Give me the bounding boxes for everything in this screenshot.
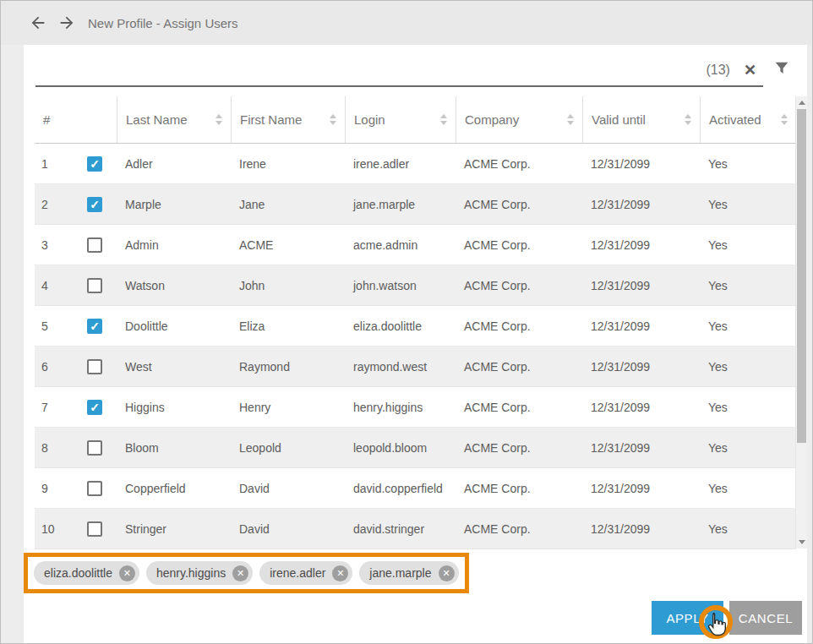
cell-company: ACME Corp.	[456, 198, 582, 211]
cancel-button[interactable]: CANCEL	[729, 601, 802, 635]
cell-valid-until: 12/31/2099	[582, 238, 700, 252]
cell-activated: Yes	[700, 198, 796, 211]
row-number: 7	[41, 401, 87, 414]
table-row[interactable]: 9 Copperfield David david.copperfield AC…	[35, 468, 795, 509]
column-header[interactable]: #	[35, 96, 117, 143]
cell-last-name: Marple	[117, 198, 231, 211]
column-header[interactable]: First Name	[231, 96, 345, 143]
row-checkbox[interactable]	[87, 278, 102, 293]
cell-number: 3	[35, 237, 117, 253]
sort-icon[interactable]	[209, 114, 222, 125]
vertical-scrollbar[interactable]	[796, 96, 807, 548]
result-count: (13)	[706, 63, 729, 78]
cell-login: irene.adler	[345, 157, 456, 171]
cell-company: ACME Corp.	[456, 441, 582, 455]
cell-first-name: Raymond	[231, 360, 345, 374]
table-row[interactable]: 7 ✓ Higgins Henry henry.higgins ACME Cor…	[35, 387, 795, 428]
hand-cursor-icon	[704, 612, 728, 637]
filter-input[interactable]	[35, 58, 706, 82]
row-checkbox[interactable]	[87, 521, 102, 537]
chip-remove-button[interactable]: ✕	[232, 565, 248, 581]
row-checkbox[interactable]	[87, 237, 102, 253]
cell-activated: Yes	[700, 238, 796, 252]
cell-activated: Yes	[700, 319, 796, 333]
row-number: 9	[41, 482, 87, 495]
sort-icon[interactable]	[434, 114, 447, 125]
scroll-up-icon[interactable]	[796, 96, 807, 109]
back-arrow-icon[interactable]	[29, 14, 47, 32]
row-number: 6	[41, 360, 87, 374]
cell-last-name: Admin	[117, 238, 231, 252]
chip-label: irene.adler	[270, 566, 325, 580]
sort-icon[interactable]	[774, 114, 788, 125]
filter-funnel-icon[interactable]	[772, 59, 791, 78]
row-number: 1	[41, 157, 87, 171]
column-label: #	[43, 112, 50, 127]
column-label: Last Name	[126, 112, 188, 127]
title-bar: New Profile - Assign Users	[1, 1, 812, 45]
row-checkbox[interactable]: ✓	[87, 156, 102, 172]
cell-valid-until: 12/31/2099	[582, 279, 700, 292]
column-header[interactable]: Login	[345, 96, 456, 143]
row-checkbox[interactable]: ✓	[87, 319, 102, 334]
row-checkbox[interactable]	[87, 359, 102, 374]
selected-user-chip: eliza.doolittle ✕	[34, 561, 139, 585]
cell-first-name: Jane	[231, 198, 345, 211]
sort-icon[interactable]	[323, 114, 336, 125]
sort-icon[interactable]	[678, 114, 691, 125]
cell-valid-until: 12/31/2099	[582, 401, 700, 414]
chip-remove-button[interactable]: ✕	[119, 565, 135, 581]
cell-last-name: Stringer	[117, 522, 231, 536]
row-checkbox[interactable]: ✓	[87, 400, 102, 415]
chip-remove-button[interactable]: ✕	[439, 565, 455, 581]
column-header[interactable]: Activated	[700, 96, 796, 143]
sort-icon[interactable]	[560, 114, 574, 125]
scrollbar-thumb[interactable]	[797, 109, 806, 443]
selected-user-chip: henry.higgins ✕	[146, 561, 253, 585]
table-row[interactable]: 5 ✓ Doolittle Eliza eliza.doolittle ACME…	[35, 306, 795, 347]
column-label: Company	[465, 112, 519, 127]
row-checkbox[interactable]	[87, 481, 102, 496]
cell-first-name: David	[231, 482, 345, 495]
table-row[interactable]: 10 Stringer David david.stringer ACME Co…	[35, 509, 795, 549]
cell-activated: Yes	[700, 360, 796, 374]
row-number: 10	[41, 522, 87, 536]
column-header[interactable]: Valid until	[582, 96, 700, 143]
table-row[interactable]: 6 West Raymond raymond.west ACME Corp. 1…	[35, 347, 795, 387]
selected-user-chip: irene.adler ✕	[259, 561, 352, 585]
cell-company: ACME Corp.	[456, 238, 582, 252]
cell-company: ACME Corp.	[456, 482, 582, 495]
cell-login: john.watson	[345, 279, 456, 292]
cell-company: ACME Corp.	[456, 522, 582, 536]
row-checkbox[interactable]	[87, 440, 102, 456]
table-row[interactable]: 1 ✓ Adler Irene irene.adler ACME Corp. 1…	[35, 144, 795, 184]
column-label: First Name	[240, 112, 302, 127]
cell-valid-until: 12/31/2099	[582, 482, 700, 495]
cell-first-name: Eliza	[231, 319, 345, 333]
cell-last-name: Higgins	[117, 401, 231, 414]
table-row[interactable]: 3 Admin ACME acme.admin ACME Corp. 12/31…	[35, 225, 795, 265]
cell-company: ACME Corp.	[456, 319, 582, 333]
cell-activated: Yes	[700, 441, 796, 455]
cell-activated: Yes	[700, 522, 796, 536]
chip-label: jane.marple	[369, 566, 431, 580]
row-checkbox[interactable]: ✓	[87, 197, 102, 212]
table-row[interactable]: 2 ✓ Marple Jane jane.marple ACME Corp. 1…	[35, 184, 795, 225]
chip-remove-button[interactable]: ✕	[332, 565, 348, 581]
scroll-down-icon[interactable]	[796, 536, 807, 548]
cell-valid-until: 12/31/2099	[582, 319, 700, 333]
chip-label: eliza.doolittle	[44, 566, 112, 580]
cell-last-name: Copperfield	[117, 482, 231, 495]
table-row[interactable]: 8 Bloom Leopold leopold.bloom ACME Corp.…	[35, 428, 795, 468]
column-header[interactable]: Company	[456, 96, 582, 143]
close-icon: ✕	[237, 569, 244, 578]
page-title: New Profile - Assign Users	[88, 16, 238, 30]
column-header[interactable]: Last Name	[117, 96, 231, 143]
cell-login: david.copperfield	[345, 482, 456, 495]
cell-number: 7 ✓	[35, 400, 117, 415]
cell-valid-until: 12/31/2099	[582, 522, 700, 536]
clear-filter-icon[interactable]: ✕	[744, 63, 756, 78]
forward-arrow-icon[interactable]	[57, 14, 76, 32]
table-row[interactable]: 4 Watson John john.watson ACME Corp. 12/…	[35, 265, 795, 306]
cell-number: 5 ✓	[35, 319, 117, 334]
